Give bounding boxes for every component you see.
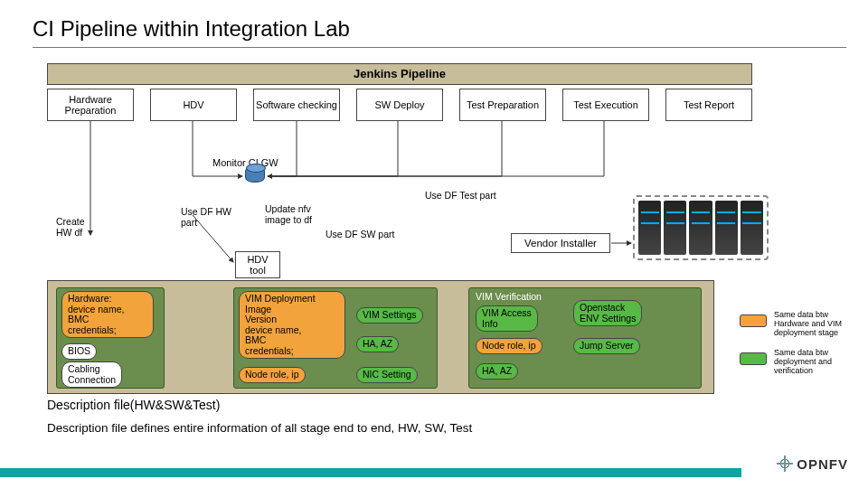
update-nfv-label: Update nfv image to df — [265, 204, 312, 225]
stage-test-report: Test Report — [665, 89, 752, 121]
stage-test-exec: Test Execution — [562, 89, 649, 121]
chip-cabling: Cabling Connection — [61, 361, 122, 388]
server-rack-icon — [689, 201, 712, 255]
opnfv-logo-text: OPNFV — [797, 456, 848, 472]
stage-sw-check: Software checking — [253, 89, 340, 121]
hdv-tool-box: HDV tool — [235, 251, 280, 278]
chip-ha-az-sw: HA, AZ — [356, 336, 399, 352]
stage-sw-deploy: SW Deploy — [356, 89, 443, 121]
chip-nic-setting: NIC Setting — [356, 367, 418, 383]
use-df-hw-label: Use DF HW part — [181, 207, 231, 228]
server-rack-icon — [638, 201, 661, 255]
chip-vim-deploy: VIM Deployment Image Version device name… — [239, 291, 345, 359]
pipeline-stages: Hardware Preparation HDV Software checki… — [47, 89, 752, 121]
chip-hardware: Hardware: device name, BMC credentials; — [61, 291, 154, 338]
legend-text-orange: Same data btw Hardware and VIM deploymen… — [774, 311, 864, 338]
chip-vim-settings: VIM Settings — [356, 307, 423, 324]
server-rack-icon — [664, 201, 686, 255]
stage-hdv: HDV — [150, 89, 237, 121]
chip-openstack-env: Openstack ENV Settings — [573, 300, 642, 326]
use-df-sw-label: Use DF SW part — [326, 230, 394, 240]
server-rack-icon — [741, 201, 763, 255]
create-hw-df-label: Create HW df — [56, 217, 85, 238]
chip-ha-az-test: HA, AZ — [476, 363, 518, 380]
chip-jump-server: Jump Server — [573, 338, 640, 354]
database-icon — [245, 166, 265, 183]
server-rack-illustration — [633, 195, 769, 260]
legend-swatch-green — [740, 352, 767, 365]
chip-bios: BIOS — [61, 343, 97, 360]
chip-vim-access: VIM Access Info — [476, 305, 538, 332]
description-file-desc: Description file defines entire informat… — [47, 421, 472, 435]
chip-node-role-test: Node role, ip — [476, 338, 542, 354]
vim-verification-label: VIM Verification — [476, 291, 542, 302]
description-file-title: Description file(HW&SW&Test) — [47, 398, 220, 412]
legend-text-green: Same data btw deployment and verificatio… — [774, 349, 864, 376]
opnfv-logo: OPNFV — [777, 455, 848, 472]
stage-hw-prep: Hardware Preparation — [47, 89, 134, 121]
stage-test-prep: Test Preparation — [459, 89, 546, 121]
opnfv-logo-icon — [777, 455, 793, 472]
page-title: CI Pipeline within Integration Lab — [33, 16, 350, 42]
vendor-installer-box: Vendor Installer — [511, 233, 610, 253]
footer-bar — [0, 468, 741, 477]
use-df-test-label: Use DF Test part — [425, 191, 496, 202]
jenkins-pipeline-bar: Jenkins Pipeline — [47, 63, 752, 85]
server-rack-icon — [715, 201, 738, 255]
chip-node-role-sw: Node role, ip — [239, 367, 306, 383]
legend-swatch-orange — [740, 314, 767, 327]
title-underline — [33, 47, 846, 48]
